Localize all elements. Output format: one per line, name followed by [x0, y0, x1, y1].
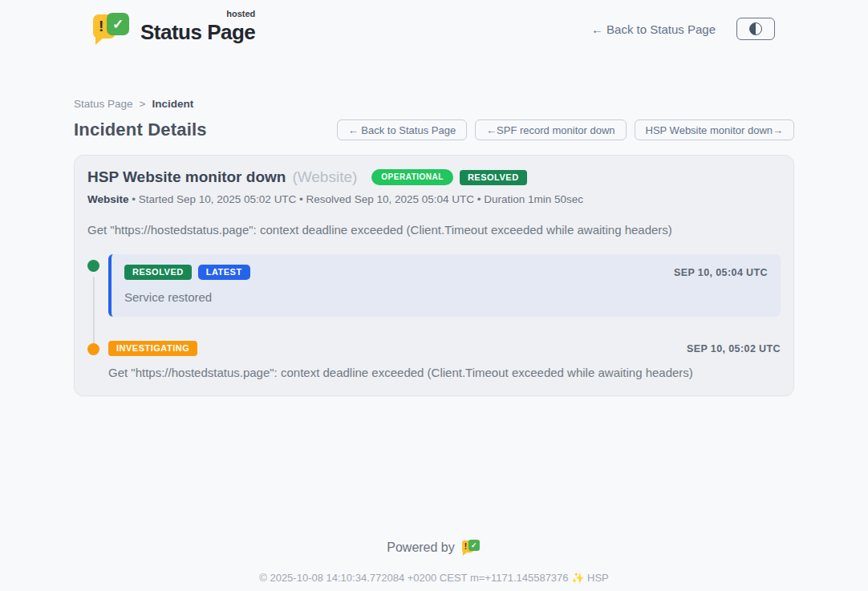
breadcrumb: Status Page > Incident	[74, 98, 794, 110]
half-circle-icon	[749, 22, 762, 35]
logo-check-bubble: ✓	[107, 13, 129, 35]
latest-badge: LATEST	[198, 265, 250, 280]
timeline-item-resolved: RESOLVED LATEST SEP 10, 05:04 UTC Servic…	[87, 254, 781, 338]
logo-superscript: hosted	[226, 9, 255, 18]
status-page-logo-icon: ! ✓	[93, 11, 131, 47]
resolved-dot-icon	[87, 260, 99, 272]
timeline-message: Service restored	[124, 290, 768, 304]
timeline-entry-header: INVESTIGATING SEP 10, 05:02 UTC	[108, 341, 781, 356]
incident-meta-component: Website	[87, 193, 129, 205]
footer: Powered by ! ✓ © 2025-10-08 14:10:34.772…	[0, 539, 868, 584]
back-to-status-page-link[interactable]: ← Back to Status Page	[591, 22, 716, 36]
logo-bubble-tail	[95, 37, 104, 45]
logo-exclamation: !	[99, 18, 103, 35]
breadcrumb-incident: Incident	[152, 98, 193, 110]
resolved-status-badge: RESOLVED	[460, 170, 527, 185]
timeline-item-investigating: INVESTIGATING SEP 10, 05:02 UTC Get "htt…	[87, 338, 781, 379]
timeline-entry-header: RESOLVED LATEST SEP 10, 05:04 UTC	[124, 265, 768, 280]
investigating-dot-icon	[87, 343, 99, 355]
logo-title: Status Page	[140, 20, 255, 44]
check-icon: ✓	[112, 16, 124, 33]
back-to-status-page-button[interactable]: ← Back to Status Page	[337, 119, 467, 140]
breadcrumb-status-page[interactable]: Status Page	[74, 98, 133, 110]
copyright: © 2025-10-08 14:10:34.772084 +0200 CEST …	[0, 572, 868, 584]
logo-exclamation: !	[464, 542, 467, 551]
title-row: Incident Details ← Back to Status Page ←…	[74, 119, 794, 140]
breadcrumb-separator: >	[140, 98, 146, 110]
timeline-rail	[87, 254, 99, 338]
incident-meta-details: • Started Sep 10, 2025 05:02 UTC • Resol…	[129, 193, 584, 205]
main-content: Status Page > Incident Incident Details …	[74, 98, 794, 396]
incident-meta: Website • Started Sep 10, 2025 05:02 UTC…	[87, 193, 781, 205]
check-icon: ✓	[471, 541, 477, 549]
logo-text: Status Page hosted	[140, 14, 255, 45]
timeline-entry-resolved: RESOLVED LATEST SEP 10, 05:04 UTC Servic…	[108, 254, 781, 317]
incident-card: HSP Website monitor down (Website) OPERA…	[74, 155, 794, 396]
theme-toggle-button[interactable]	[736, 18, 775, 40]
incident-nav-buttons: ← Back to Status Page ←SPF record monito…	[337, 119, 794, 140]
timeline-message: Get "https://hostedstatus.page": context…	[108, 366, 781, 379]
incident-timeline: RESOLVED LATEST SEP 10, 05:04 UTC Servic…	[87, 254, 781, 379]
incident-title-row: HSP Website monitor down (Website) OPERA…	[87, 168, 781, 186]
logo-check-bubble: ✓	[468, 540, 480, 551]
incident-description: Get "https://hostedstatus.page": context…	[87, 223, 781, 237]
operational-badge: OPERATIONAL	[371, 169, 453, 185]
prev-incident-button[interactable]: ←SPF record monitor down	[475, 119, 626, 140]
next-incident-button[interactable]: HSP Website monitor down→	[635, 119, 794, 140]
investigating-badge: INVESTIGATING	[108, 341, 197, 356]
header: ! ✓ Status Page hosted ← Back to Status …	[74, 0, 794, 47]
powered-by-logo-icon[interactable]: ! ✓	[462, 539, 481, 557]
logo[interactable]: ! ✓ Status Page hosted	[93, 11, 255, 47]
page-title: Incident Details	[74, 119, 207, 140]
timeline-timestamp: SEP 10, 05:02 UTC	[687, 343, 781, 354]
powered-by: Powered by ! ✓	[0, 539, 868, 557]
timeline-entry-investigating: INVESTIGATING SEP 10, 05:02 UTC Get "htt…	[108, 338, 781, 379]
logo-bubble-tail	[463, 552, 468, 556]
timeline-timestamp: SEP 10, 05:04 UTC	[674, 267, 768, 278]
timeline-rail	[87, 338, 99, 379]
resolved-badge: RESOLVED	[124, 265, 192, 280]
incident-title: HSP Website monitor down	[87, 168, 286, 186]
powered-by-label: Powered by	[387, 540, 455, 555]
header-actions: ← Back to Status Page	[591, 18, 775, 40]
incident-component: (Website)	[292, 168, 357, 186]
